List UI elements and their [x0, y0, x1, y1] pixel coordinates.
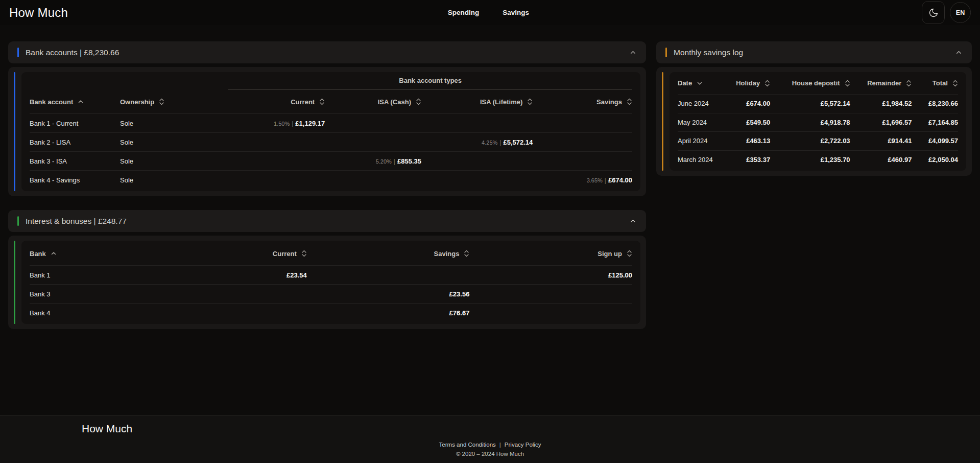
current-cell [228, 138, 325, 146]
isa-cash-cell [325, 176, 421, 184]
col-header-bank-account[interactable]: Bank account [30, 98, 120, 106]
left-column: Bank accounts | £8,230.66 Bank account t… [8, 41, 646, 329]
date-cell: May 2024 [678, 119, 731, 126]
savings-log-title: Monthly savings log [674, 48, 743, 57]
house-deposit-cell: £2,722.03 [770, 137, 850, 145]
savings-cell: £23.56 [307, 290, 470, 298]
sort-both-icon [301, 250, 307, 257]
app-logo[interactable]: How Much [9, 6, 68, 20]
ownership-value: Sole [120, 157, 228, 165]
privacy-link[interactable]: Privacy Policy [505, 442, 541, 448]
isa-lifetime-cell [421, 120, 533, 127]
nav-link-spending[interactable]: Spending [448, 9, 480, 16]
table-row: March 2024 £353.37 £1,235.70 £460.97 £2,… [678, 150, 958, 169]
date-cell: June 2024 [678, 100, 731, 107]
interest-table: Bank Current Savings [21, 241, 640, 324]
col-header-date[interactable]: Date [678, 79, 731, 87]
sort-both-icon [464, 250, 469, 257]
green-accent-bar [14, 241, 15, 324]
bank-account-name: Bank 1 - Current [30, 120, 120, 127]
col-header-current[interactable]: Current [204, 250, 307, 258]
interest-section-header[interactable]: Interest & bonuses | £248.77 [8, 210, 646, 232]
sort-both-icon [627, 250, 632, 257]
top-nav: How Much Spending Savings EN [0, 0, 980, 25]
col-header-savings[interactable]: Savings [307, 250, 470, 258]
current-cell [228, 157, 325, 165]
sort-both-icon [527, 98, 533, 105]
terms-link[interactable]: Terms and Conditions [439, 442, 496, 448]
nav-link-savings[interactable]: Savings [503, 9, 529, 16]
col-header-bank[interactable]: Bank [30, 250, 204, 258]
savings-cell: 3.65%|£674.00 [533, 176, 632, 184]
bank-accounts-card: Bank account types Bank account Ownershi… [8, 67, 646, 196]
sort-asc-icon [51, 250, 57, 257]
date-cell: March 2024 [678, 156, 731, 164]
savings-cell [533, 138, 632, 146]
col-header-current[interactable]: Current [228, 98, 325, 106]
remainder-cell: £914.41 [850, 137, 912, 145]
isa-cash-cell [325, 138, 421, 146]
col-header-ownership[interactable]: Ownership [120, 98, 228, 106]
sort-both-icon [764, 80, 770, 87]
ownership-value: Sole [120, 138, 228, 146]
holiday-cell: £353.37 [731, 156, 770, 164]
date-cell: April 2024 [678, 137, 731, 145]
theme-toggle-button[interactable] [922, 1, 945, 24]
savings-log-section-header[interactable]: Monthly savings log [656, 41, 972, 63]
col-header-remainder[interactable]: Remainder [850, 79, 912, 87]
footer-legal: Terms and Conditions|Privacy Policy © 20… [0, 440, 980, 458]
nav-actions: EN [922, 1, 971, 24]
col-header-savings[interactable]: Savings [533, 98, 632, 106]
chevron-up-icon [955, 49, 963, 56]
table-row: Bank 3 £23.56 [30, 284, 632, 303]
table-row: Bank 2 - LISA Sole 4.25%|£5,572.14 [30, 132, 632, 151]
holiday-cell: £674.00 [731, 100, 770, 107]
table-row: Bank 1 - Current Sole 1.50%|£1,129.17 [30, 113, 632, 132]
savings-cell [533, 157, 632, 165]
total-cell: £7,164.85 [912, 119, 958, 126]
col-header-isa-lifetime[interactable]: ISA (Lifetime) [421, 98, 533, 106]
bank-name: Bank 4 [30, 309, 204, 317]
interest-title: Interest & bonuses | £248.77 [26, 217, 127, 226]
isa-cash-cell: 5.20%|£855.35 [325, 157, 421, 165]
ownership-value: Sole [120, 120, 228, 127]
bank-accounts-section-header[interactable]: Bank accounts | £8,230.66 [8, 41, 646, 63]
col-header-isa-cash[interactable]: ISA (Cash) [325, 98, 421, 106]
copyright-text: © 2020 – 2024 How Much [0, 449, 980, 458]
sort-both-icon [159, 98, 164, 105]
savings-log-table: Date Holiday House depostit [670, 72, 966, 171]
current-cell: 1.50%|£1,129.17 [228, 120, 325, 127]
total-cell: £8,230.66 [912, 100, 958, 107]
sort-both-icon [319, 98, 325, 105]
col-header-sign-up[interactable]: Sign up [469, 250, 632, 258]
total-cell: £4,099.57 [912, 137, 958, 145]
house-deposit-cell: £5,572.14 [770, 100, 850, 107]
bank-name: Bank 1 [30, 271, 204, 279]
sort-desc-icon [697, 80, 703, 86]
nav-links: Spending Savings [448, 0, 529, 25]
chevron-up-icon [629, 49, 637, 56]
ownership-value: Sole [120, 176, 228, 184]
table-row: May 2024 £549.50 £4,918.78 £1,696.57 £7,… [678, 113, 958, 132]
bank-accounts-table: Bank account types Bank account Ownershi… [21, 72, 640, 191]
isa-lifetime-cell [421, 157, 533, 165]
right-column: Monthly savings log Date Holiday [656, 41, 972, 176]
savings-log-card: Date Holiday House depostit [656, 67, 972, 176]
sort-both-icon [952, 80, 958, 87]
savings-log-header-row: Date Holiday House depostit [678, 72, 958, 94]
table-row: Bank 3 - ISA Sole 5.20%|£855.35 [30, 151, 632, 170]
col-header-holiday[interactable]: Holiday [731, 79, 770, 87]
footer-separator: | [499, 442, 501, 448]
col-header-house-deposit[interactable]: House depostit [770, 79, 850, 87]
total-cell: £2,050.04 [912, 156, 958, 164]
language-button[interactable]: EN [950, 2, 971, 23]
sign-up-cell: £125.00 [469, 271, 632, 279]
blue-accent-tick [17, 48, 19, 57]
isa-lifetime-cell: 4.25%|£5,572.14 [421, 138, 533, 146]
footer-logo: How Much [82, 423, 132, 435]
col-header-total[interactable]: Total [912, 79, 958, 87]
bank-account-name: Bank 4 - Savings [30, 176, 120, 184]
green-accent-tick [17, 216, 19, 226]
table-row: Bank 4 - Savings Sole 3.65%|£674.00 [30, 170, 632, 189]
sort-both-icon [845, 80, 850, 87]
